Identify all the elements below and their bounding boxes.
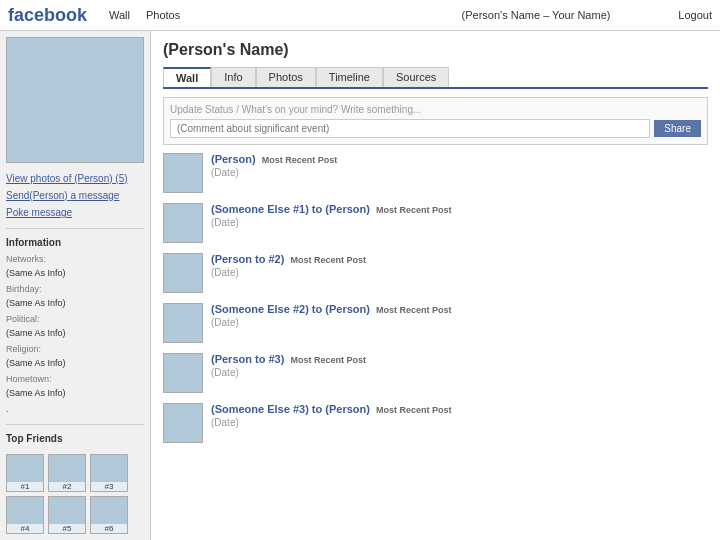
feed: (Person) Most Recent Post (Date) (Someon… — [163, 153, 708, 443]
post-text-5: (Someone Else #3) to (Person) Most Recen… — [211, 403, 708, 415]
friend-label-5: #5 — [49, 524, 85, 533]
send-message-link[interactable]: Send(Person) a message — [6, 190, 144, 201]
friend-label-2: #2 — [49, 482, 85, 491]
post-date-2: (Date) — [211, 267, 708, 278]
post-date-5: (Date) — [211, 417, 708, 428]
top-friends-grid: #1 #2 #3 #4 #5 #6 — [6, 454, 144, 534]
poke-link[interactable]: Poke message — [6, 207, 144, 218]
post-avatar-5 — [163, 403, 203, 443]
profile-photo-large — [6, 37, 144, 163]
post-content-3: (Someone Else #2) to (Person) Most Recen… — [211, 303, 708, 328]
topbar-nav: Wall Photos — [109, 9, 394, 21]
friend-label-3: #3 — [91, 482, 127, 491]
status-box: Update Status / What's on your mind? Wri… — [163, 97, 708, 145]
friend-thumb-4[interactable]: #4 — [6, 496, 44, 534]
post-label-1: Most Recent Post — [376, 205, 452, 215]
share-button[interactable]: Share — [654, 120, 701, 137]
status-input-row: Share — [170, 119, 701, 138]
main-container: View photos of (Person) (5) Send(Person)… — [0, 31, 720, 540]
friend-label-1: #1 — [7, 482, 43, 491]
feed-post-4: (Person to #3) Most Recent Post (Date) — [163, 353, 708, 393]
poster-name-1: (Someone Else #1) to (Person) — [211, 203, 370, 215]
view-photos-link[interactable]: View photos of (Person) (5) — [6, 173, 144, 184]
post-avatar-3 — [163, 303, 203, 343]
brand-logo: facebook — [8, 5, 109, 26]
post-label-4: Most Recent Post — [290, 355, 366, 365]
feed-post-3: (Someone Else #2) to (Person) Most Recen… — [163, 303, 708, 343]
dot: . — [6, 404, 144, 414]
status-prompt: Update Status / What's on your mind? Wri… — [170, 104, 701, 115]
post-content-0: (Person) Most Recent Post (Date) — [211, 153, 708, 178]
sidebar-divider-1 — [6, 228, 144, 229]
feed-post-5: (Someone Else #3) to (Person) Most Recen… — [163, 403, 708, 443]
information-section-title: Information — [6, 237, 144, 248]
birthday-label: Birthday: — [6, 284, 144, 294]
religion-value: (Same As Info) — [6, 358, 144, 368]
post-avatar-0 — [163, 153, 203, 193]
post-avatar-2 — [163, 253, 203, 293]
post-content-2: (Person to #2) Most Recent Post (Date) — [211, 253, 708, 278]
feed-post-0: (Person) Most Recent Post (Date) — [163, 153, 708, 193]
post-label-2: Most Recent Post — [290, 255, 366, 265]
logout-button[interactable]: Logout — [678, 9, 712, 21]
post-content-5: (Someone Else #3) to (Person) Most Recen… — [211, 403, 708, 428]
post-avatar-1 — [163, 203, 203, 243]
post-date-4: (Date) — [211, 367, 708, 378]
profile-name-heading: (Person's Name) — [163, 41, 708, 59]
topbar: facebook Wall Photos (Person's Name – Yo… — [0, 0, 720, 31]
post-date-0: (Date) — [211, 167, 708, 178]
sidebar: View photos of (Person) (5) Send(Person)… — [0, 31, 150, 540]
post-content-1: (Someone Else #1) to (Person) Most Recen… — [211, 203, 708, 228]
friend-thumb-6[interactable]: #6 — [90, 496, 128, 534]
feed-post-1: (Someone Else #1) to (Person) Most Recen… — [163, 203, 708, 243]
nav-photos[interactable]: Photos — [146, 9, 180, 21]
feed-post-2: (Person to #2) Most Recent Post (Date) — [163, 253, 708, 293]
tab-sources[interactable]: Sources — [383, 67, 449, 87]
post-label-0: Most Recent Post — [262, 155, 338, 165]
birthday-value: (Same As Info) — [6, 298, 144, 308]
poster-name-2: (Person to #2) — [211, 253, 284, 265]
post-label-5: Most Recent Post — [376, 405, 452, 415]
content-area: (Person's Name) Wall Info Photos Timelin… — [150, 31, 720, 540]
post-text-3: (Someone Else #2) to (Person) Most Recen… — [211, 303, 708, 315]
post-text-4: (Person to #3) Most Recent Post — [211, 353, 708, 365]
friend-label-4: #4 — [7, 524, 43, 533]
poster-name-5: (Someone Else #3) to (Person) — [211, 403, 370, 415]
political-value: (Same As Info) — [6, 328, 144, 338]
post-date-1: (Date) — [211, 217, 708, 228]
tab-info[interactable]: Info — [211, 67, 255, 87]
poster-name-4: (Person to #3) — [211, 353, 284, 365]
status-input[interactable] — [170, 119, 650, 138]
poster-name-3: (Someone Else #2) to (Person) — [211, 303, 370, 315]
hometown-label: Hometown: — [6, 374, 144, 384]
post-text-1: (Someone Else #1) to (Person) Most Recen… — [211, 203, 708, 215]
friend-thumb-3[interactable]: #3 — [90, 454, 128, 492]
friend-label-6: #6 — [91, 524, 127, 533]
friend-thumb-2[interactable]: #2 — [48, 454, 86, 492]
networks-label: Networks: — [6, 254, 144, 264]
post-date-3: (Date) — [211, 317, 708, 328]
nav-wall[interactable]: Wall — [109, 9, 130, 21]
tab-wall[interactable]: Wall — [163, 67, 211, 87]
top-friends-title: Top Friends — [6, 433, 144, 444]
hometown-value: (Same As Info) — [6, 388, 144, 398]
post-text-2: (Person to #2) Most Recent Post — [211, 253, 708, 265]
tab-timeline[interactable]: Timeline — [316, 67, 383, 87]
religion-label: Religion: — [6, 344, 144, 354]
post-avatar-4 — [163, 353, 203, 393]
post-text-0: (Person) Most Recent Post — [211, 153, 708, 165]
poster-name-0: (Person) — [211, 153, 256, 165]
friend-thumb-1[interactable]: #1 — [6, 454, 44, 492]
post-label-3: Most Recent Post — [376, 305, 452, 315]
tab-photos[interactable]: Photos — [256, 67, 316, 87]
friend-thumb-5[interactable]: #5 — [48, 496, 86, 534]
political-label: Political: — [6, 314, 144, 324]
topbar-center-title: (Person's Name – Your Name) — [394, 9, 679, 21]
post-content-4: (Person to #3) Most Recent Post (Date) — [211, 353, 708, 378]
sidebar-divider-2 — [6, 424, 144, 425]
networks-value: (Same As Info) — [6, 268, 144, 278]
profile-tabs: Wall Info Photos Timeline Sources — [163, 67, 708, 89]
